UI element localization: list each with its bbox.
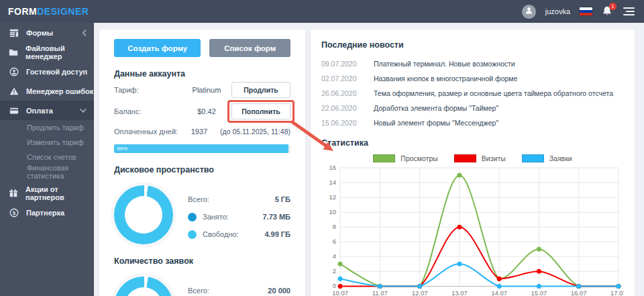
paid-days-value: 1937 [182, 128, 216, 136]
svg-text:17.07: 17.07 [610, 289, 624, 296]
requests-legend-value: 20 000 [268, 287, 290, 295]
sidebar-item-guest-access[interactable]: Гостевой доступ [0, 62, 94, 81]
requests-count-heading: Количество заявок [114, 256, 290, 266]
affiliate-icon: $ [9, 208, 19, 217]
sidebar-subitem-renew-tariff[interactable]: Продлить тариф [0, 120, 94, 135]
legend-swatch-icon [454, 154, 476, 162]
chart-legend-entry: Визиты [454, 154, 506, 162]
svg-text:2: 2 [333, 267, 336, 275]
disk-legend: Всего:5 ГБЗанято:7.73 МБСвободно:4.99 ГБ [188, 191, 290, 243]
sidebar-item-label: Оплата [26, 107, 53, 115]
legend-label: Заявки [549, 154, 572, 162]
sidebar: ФормыФайловый менеджерГостевой доступМен… [0, 23, 94, 296]
requests-legend-label: Всего: [188, 287, 209, 295]
chevron-down-icon [80, 108, 87, 113]
sidebar-item-label: Гостевой доступ [26, 68, 87, 76]
news-title-link[interactable]: Доработка элемента формы "Таймер" [374, 104, 498, 112]
sidebar-subitem-financial-stats[interactable]: Финансовая статистика [0, 164, 94, 179]
svg-text:14: 14 [329, 179, 336, 186]
sidebar-subitem-invoice-list[interactable]: Список счетов [0, 150, 94, 164]
disk-legend-value: 7.73 МБ [262, 213, 290, 221]
chart-legend-entry: Заявки [522, 154, 572, 162]
free-dot-icon [188, 230, 197, 239]
requests-legend: Всего:20 000Использовано:31 [188, 282, 290, 296]
guest-access-icon [9, 67, 19, 77]
partner-promos-icon [9, 189, 18, 198]
news-date: 22.06.2020 [321, 104, 363, 112]
news-list: 09.07.2020Платежный терминал. Новые возм… [321, 56, 624, 130]
error-manager-icon [9, 87, 19, 96]
form-list-button[interactable]: Список форм [209, 39, 290, 57]
tariff-value: Platinum [182, 86, 231, 94]
legend-label: Просмотры [400, 154, 438, 162]
svg-text:16.07: 16.07 [571, 289, 587, 296]
renew-button[interactable]: Продлить [231, 82, 290, 98]
svg-text:6: 6 [333, 238, 336, 245]
chart-legend: ПросмотрыВизитыЗаявки [321, 154, 624, 162]
svg-text:12: 12 [329, 193, 336, 201]
user-avatar[interactable] [522, 5, 536, 19]
create-form-button[interactable]: Создать форму [114, 39, 201, 57]
sidebar-item-label: Акции от партнеров [25, 185, 94, 201]
svg-text:11.07: 11.07 [372, 289, 388, 296]
file-manager-icon [9, 48, 18, 57]
legend-label: Визиты [482, 154, 506, 162]
news-item: 15.06.2020Новый элемент формы "Мессендже… [321, 115, 624, 130]
sidebar-item-partner-promos[interactable]: Акции от партнеров [0, 183, 94, 203]
svg-text:10.07: 10.07 [332, 289, 348, 296]
balance-value: $0.42 [182, 107, 231, 115]
disk-legend-row: Свободно:4.99 ГБ [188, 226, 290, 243]
notifications-bell-icon[interactable]: 1 [602, 5, 614, 17]
progress-fill: 99% [114, 144, 288, 153]
news-title-link[interactable]: Тема оформления, размер и основные цвета… [374, 89, 613, 97]
account-data-heading: Данные аккаунта [114, 69, 290, 79]
svg-text:8: 8 [333, 223, 336, 230]
news-date: 15.06.2020 [321, 119, 363, 127]
disk-legend-value: 5 ГБ [275, 195, 290, 203]
svg-text:13.07: 13.07 [451, 289, 468, 296]
news-date: 26.06.2020 [321, 89, 363, 97]
topup-button[interactable]: Пополнить [231, 103, 290, 119]
menu-icon[interactable] [623, 7, 635, 15]
news-stats-panel: Последние новости 09.07.2020Платежный те… [311, 30, 635, 296]
person-icon [525, 6, 533, 17]
svg-text:16: 16 [329, 164, 336, 171]
legend-swatch-icon [373, 154, 395, 162]
news-title-link[interactable]: Новый элемент формы "Мессенджер" [374, 119, 498, 127]
chevron-left-icon [82, 30, 87, 36]
news-title-link[interactable]: Названия кнопок в многостраничной форме [374, 75, 517, 83]
news-item: 02.07.2020Названия кнопок в многостранич… [321, 71, 624, 86]
statistics-line-chart: 024681012141610.0711.0712.0713.0714.0715… [321, 164, 624, 296]
sidebar-item-payment[interactable]: Оплата [0, 101, 94, 120]
disk-legend-label: Всего: [188, 195, 209, 203]
chart-legend-entry: Просмотры [373, 154, 438, 162]
sidebar-subitem-change-tariff[interactable]: Изменить тариф [0, 135, 94, 150]
disk-space-heading: Дисковое пространство [114, 165, 290, 175]
svg-text:12.07: 12.07 [412, 289, 428, 296]
sidebar-item-affiliate[interactable]: $Партнерка [0, 203, 94, 222]
news-title-link[interactable]: Платежный терминал. Новые возможности [374, 60, 515, 68]
disk-legend-label: Свободно: [203, 230, 239, 238]
sidebar-item-label: Партнерка [26, 209, 64, 217]
news-item: 26.06.2020Тема оформления, размер и осно… [321, 86, 624, 101]
sidebar-item-file-manager[interactable]: Файловый менеджер [0, 42, 94, 62]
balance-row: Баланс: $0.42 Пополнить [114, 101, 290, 121]
disk-legend-row: Занято:7.73 МБ [188, 208, 290, 226]
tariff-label: Тариф: [114, 86, 182, 94]
svg-text:15.07: 15.07 [531, 289, 547, 296]
russian-flag-icon[interactable] [580, 7, 592, 15]
paid-days-label: Оплаченных дней: [114, 128, 182, 136]
notification-badge: 1 [609, 3, 616, 10]
username[interactable]: juzovka [545, 7, 570, 15]
sidebar-item-error-manager[interactable]: Менеджер ошибок [0, 81, 94, 101]
paid-days-row: Оплаченных дней: 1937 (до 05.11.2025, 11… [114, 123, 290, 140]
payment-icon [9, 106, 19, 115]
logo-accent: DESIGNER [37, 6, 89, 17]
paid-days-progressbar: 99% [114, 144, 290, 153]
svg-text:0: 0 [333, 282, 336, 289]
svg-text:10: 10 [329, 208, 336, 215]
tariff-row: Тариф: Platinum Продлить [114, 80, 290, 100]
sidebar-item-forms[interactable]: Формы [0, 23, 94, 42]
app-logo[interactable]: FORMDESIGNER [8, 6, 89, 17]
paid-until-value: (до 05.11.2025, 11:48) [220, 128, 290, 136]
